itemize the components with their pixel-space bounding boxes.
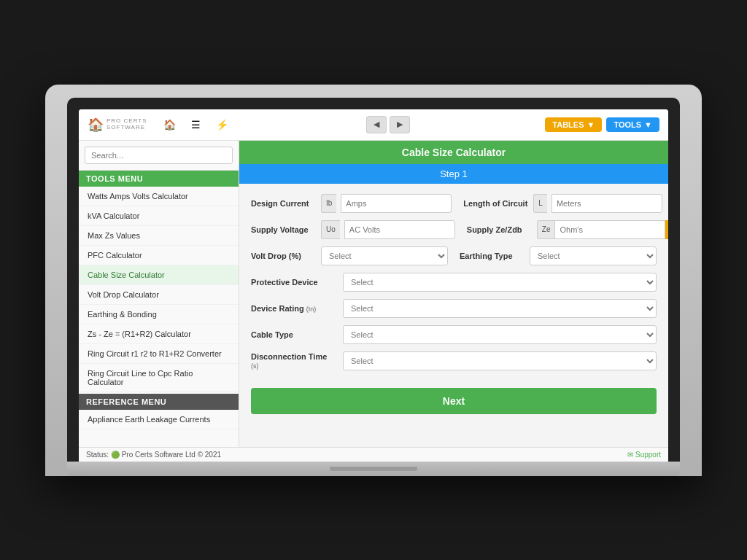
sidebar-item-ring2[interactable]: Ring Circuit Line to Cpc Ratio Calculato… (79, 364, 239, 392)
search-box (79, 141, 239, 171)
volt-drop-label: Volt Drop (%) (251, 252, 317, 260)
form-row-cable-type: Cable Type Select (251, 325, 657, 344)
form-row-disconnection: Disconnection Time (s) Select (251, 351, 657, 370)
top-right-buttons: TABLES ▼ TOOLS ▼ (545, 117, 659, 132)
supply-voltage-prefix: Uo (321, 220, 340, 239)
length-circuit-input[interactable] (551, 194, 662, 213)
sidebar-item-ring1[interactable]: Ring Circuit r1 r2 to R1+R2 Converter (79, 344, 239, 364)
earthing-type-group: Earthing Type Select (460, 246, 657, 265)
home-icon[interactable]: 🏠 (160, 115, 179, 134)
volt-drop-group: Volt Drop (%) Select (251, 246, 448, 265)
step-bar: Step 1 (239, 164, 668, 184)
logo: 🏠 PRO CERTS SOFTWARE (88, 117, 147, 133)
support-link[interactable]: ✉ Support (627, 451, 661, 459)
length-circuit-label: Length of Circuit (463, 199, 529, 208)
nav-arrows: ◀ ▶ (239, 116, 538, 133)
form-row-protective: Protective Device Select (251, 273, 657, 292)
form-row-device-rating: Device Rating (In) Select (251, 299, 657, 318)
sidebar-item-maxzs[interactable]: Max Zs Values (79, 226, 239, 246)
ze-prefix: Ze (537, 220, 555, 239)
supply-ze-group: Supply Ze/Zdb Ze i (467, 220, 668, 239)
length-prefix: L (533, 194, 547, 213)
tools-icon[interactable]: ⚡ (213, 115, 232, 134)
cable-type-label: Cable Type (251, 330, 338, 339)
form-row-3: Volt Drop (%) Select Earthing Type Selec… (251, 246, 657, 265)
disconnection-time-label: Disconnection Time (s) (251, 352, 338, 370)
search-input[interactable] (85, 147, 233, 164)
sidebar-item-zs[interactable]: Zs - Ze = (R1+R2) Calculator (79, 324, 239, 344)
cable-type-select[interactable]: Select (343, 325, 657, 344)
sidebar-item-earthing[interactable]: Earthing & Bonding (79, 305, 239, 324)
sidebar-item-kva[interactable]: kVA Calculator (79, 206, 239, 226)
logo-text: PRO CERTS SOFTWARE (107, 118, 147, 131)
main-layout: TOOLS MENU Watts Amps Volts Calculator k… (79, 141, 668, 447)
device-rating-label: Device Rating (In) (251, 304, 338, 313)
form-row-2: Supply Voltage Uo Supply Ze/Zdb Ze i (251, 220, 657, 239)
device-rating-select[interactable]: Select (343, 299, 657, 318)
design-current-prefix: Ib (321, 194, 336, 213)
sidebar-item-voltdrop[interactable]: Volt Drop Calculator (79, 285, 239, 305)
content-area: Cable Size Calculator Step 1 Design Curr… (239, 141, 668, 447)
form-row-1: Design Current Ib Length of Circuit L (251, 194, 657, 213)
sidebar-item-cablesize[interactable]: Cable Size Calculator (79, 265, 239, 285)
sidebar: TOOLS MENU Watts Amps Volts Calculator k… (79, 141, 239, 447)
design-current-group: Design Current Ib (251, 194, 452, 213)
info-badge[interactable]: i (665, 220, 668, 239)
form-area: Design Current Ib Length of Circuit L (239, 184, 668, 424)
length-circuit-group: Length of Circuit L (463, 194, 662, 213)
next-button[interactable]: Next (251, 388, 657, 414)
volt-drop-select[interactable]: Select (321, 246, 448, 265)
supply-voltage-group: Supply Voltage Uo (251, 220, 455, 239)
forward-arrow[interactable]: ▶ (390, 116, 410, 133)
tools-menu-header: TOOLS MENU (79, 171, 239, 187)
status-bar: Status: 🟢 Pro Certs Software Ltd © 2021 … (79, 447, 668, 462)
supply-voltage-label: Supply Voltage (251, 225, 317, 234)
supply-voltage-input[interactable] (344, 220, 455, 239)
design-current-input[interactable] (341, 194, 452, 213)
menu-icon[interactable]: ☰ (187, 115, 206, 134)
earthing-type-label: Earthing Type (460, 252, 525, 260)
tools-button[interactable]: TOOLS ▼ (606, 117, 659, 132)
sidebar-item-pfc[interactable]: PFC Calculator (79, 246, 239, 265)
top-bar: 🏠 PRO CERTS SOFTWARE 🏠 ☰ ⚡ ◀ ▶ TABLES (79, 109, 668, 141)
ze-input[interactable] (554, 220, 665, 239)
content-title: Cable Size Calculator (239, 141, 668, 164)
reference-menu-header: REFERENCE MENU (79, 394, 239, 410)
ze-input-group: Ze i (537, 220, 668, 239)
sidebar-item-appliance[interactable]: Appliance Earth Leakage Currents (79, 410, 239, 429)
protective-device-label: Protective Device (251, 278, 338, 287)
design-current-label: Design Current (251, 199, 317, 208)
protective-device-select[interactable]: Select (343, 273, 657, 292)
back-arrow[interactable]: ◀ (366, 116, 387, 133)
status-text: Status: 🟢 Pro Certs Software Ltd © 2021 (86, 451, 221, 459)
tables-button[interactable]: TABLES ▼ (545, 117, 602, 132)
earthing-type-select[interactable]: Select (530, 246, 657, 265)
disconnection-time-select[interactable]: Select (343, 351, 657, 370)
supply-ze-label: Supply Ze/Zdb (467, 225, 533, 234)
sidebar-item-watts[interactable]: Watts Amps Volts Calculator (79, 187, 239, 206)
